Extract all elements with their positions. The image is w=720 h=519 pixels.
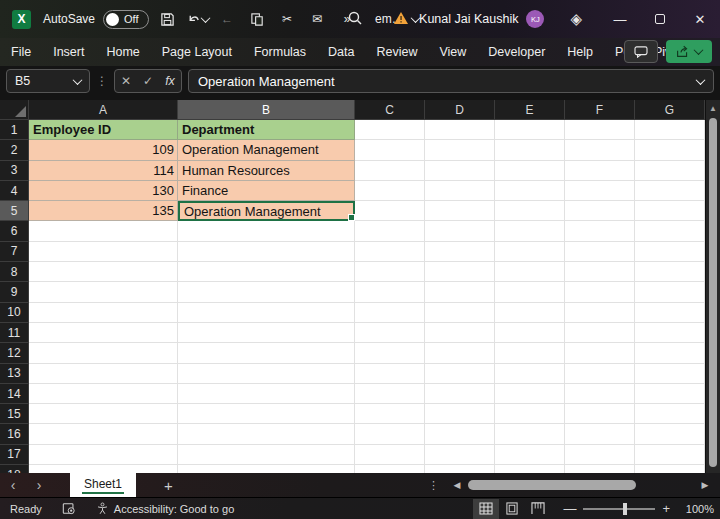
row-header-15[interactable]: 15 (0, 404, 29, 424)
scroll-right-icon[interactable]: ▶ (698, 480, 712, 490)
table-row: 135 Operation Management (29, 201, 355, 221)
horizontal-scrollbar[interactable]: ◀ ▶ (450, 477, 712, 493)
name-box[interactable]: B5 (6, 69, 90, 93)
column-header-d[interactable]: D (425, 100, 495, 120)
row-header-9[interactable]: 9 (0, 282, 29, 302)
column-header-b[interactable]: B (178, 100, 355, 120)
column-header-g[interactable]: G (635, 100, 705, 120)
share-dropdown-chevron[interactable] (694, 45, 704, 55)
row-header-7[interactable]: 7 (0, 242, 29, 262)
close-button[interactable]: ✕ (680, 0, 720, 38)
column-header-f[interactable]: F (565, 100, 635, 120)
tab-home[interactable]: Home (95, 38, 150, 66)
formula-input[interactable]: Operation Management (188, 69, 714, 93)
vertical-scrollbar[interactable]: ▲ (705, 100, 720, 473)
tab-help[interactable]: Help (556, 38, 604, 66)
row-header-12[interactable]: 12 (0, 343, 29, 363)
row-header-14[interactable]: 14 (0, 384, 29, 404)
tab-view[interactable]: View (428, 38, 477, 66)
page-layout-view-button[interactable] (499, 499, 525, 519)
undo-dropdown-chevron[interactable] (200, 13, 210, 23)
select-all-button[interactable] (0, 100, 29, 120)
row-header-5[interactable]: 5 (0, 201, 29, 221)
cell-b2[interactable]: Operation Management (178, 140, 355, 160)
row-header-3[interactable]: 3 (0, 161, 29, 181)
zoom-out-button[interactable]: — (563, 501, 576, 516)
gem-icon[interactable]: ◈ (570, 10, 582, 28)
insert-function-button[interactable]: fx (159, 70, 181, 92)
row-header-17[interactable]: 17 (0, 445, 29, 465)
selected-cell-b5[interactable]: Operation Management (178, 201, 355, 221)
row-header-10[interactable]: 10 (0, 303, 29, 323)
sheet-nav-left-icon[interactable]: ‹ (0, 477, 26, 493)
ribbon-tab-bar: File Insert Home Page Layout Formulas Da… (0, 38, 720, 66)
search-icon[interactable] (347, 10, 363, 29)
cell-a5[interactable]: 135 (29, 201, 178, 221)
tab-page-layout[interactable]: Page Layout (151, 38, 243, 66)
cell-a2[interactable]: 109 (29, 140, 178, 160)
row-header-8[interactable]: 8 (0, 262, 29, 282)
maximize-button[interactable] (640, 0, 680, 38)
row-header-4[interactable]: 4 (0, 181, 29, 201)
zoom-in-button[interactable]: + (662, 501, 670, 516)
sheet-nav-right-icon[interactable]: › (26, 477, 52, 493)
comments-button[interactable] (624, 40, 658, 63)
horizontal-scroll-track[interactable] (464, 479, 698, 491)
namebox-resize-handle[interactable]: ⋮ (96, 74, 108, 88)
cell-b3[interactable]: Human Resources (178, 161, 355, 181)
redo-button[interactable]: ← (215, 6, 239, 32)
tab-data[interactable]: Data (317, 38, 365, 66)
row-header-11[interactable]: 11 (0, 323, 29, 343)
undo-button[interactable] (185, 6, 209, 32)
enter-button[interactable]: ✓ (137, 70, 159, 92)
column-header-a[interactable]: A (29, 100, 178, 120)
vertical-scroll-thumb[interactable] (709, 118, 717, 467)
cell-a1[interactable]: Employee ID (29, 120, 178, 140)
horizontal-scroll-thumb[interactable] (468, 480, 636, 490)
row-header-18[interactable]: 18 (0, 465, 29, 473)
tab-developer[interactable]: Developer (477, 38, 556, 66)
data-rows: Employee ID Department 109 Operation Man… (29, 120, 355, 221)
column-header-e[interactable]: E (495, 100, 565, 120)
formula-bar-expand-chevron[interactable] (696, 75, 706, 85)
cell-b1[interactable]: Department (178, 120, 355, 140)
save-button[interactable] (155, 6, 179, 32)
normal-view-button[interactable] (473, 499, 499, 519)
scroll-left-icon[interactable]: ◀ (450, 480, 464, 490)
row-header-2[interactable]: 2 (0, 140, 29, 160)
column-header-c[interactable]: C (355, 100, 425, 120)
accessibility-status[interactable]: Accessibility: Good to go (86, 498, 244, 519)
tab-insert[interactable]: Insert (42, 38, 95, 66)
add-sheet-button[interactable]: + (164, 477, 173, 494)
copy-button[interactable] (245, 6, 269, 32)
row-header-16[interactable]: 16 (0, 424, 29, 444)
tab-review[interactable]: Review (365, 38, 428, 66)
row-header-13[interactable]: 13 (0, 364, 29, 384)
zoom-slider[interactable] (583, 508, 655, 510)
cancel-button[interactable]: ✕ (115, 70, 137, 92)
sheet-tab-sheet1[interactable]: Sheet1 (70, 473, 136, 497)
cell-a4[interactable]: 130 (29, 181, 178, 201)
macro-record-button[interactable] (52, 498, 86, 519)
warning-icon[interactable] (393, 11, 409, 28)
row-header-1[interactable]: 1 (0, 120, 29, 140)
cell-b4[interactable]: Finance (178, 181, 355, 201)
row-header-6[interactable]: 6 (0, 221, 29, 241)
autosave-toggle[interactable]: Off (103, 10, 149, 29)
page-break-preview-button[interactable] (525, 499, 551, 519)
avatar[interactable]: KJ (526, 10, 544, 28)
scroll-up-icon[interactable]: ▲ (706, 100, 720, 116)
formula-bar: B5 ⋮ ✕ ✓ fx Operation Management (0, 66, 720, 100)
name-box-value: B5 (15, 74, 30, 88)
tab-formulas[interactable]: Formulas (243, 38, 317, 66)
share-button[interactable] (666, 40, 712, 63)
cut-icon[interactable]: ✂ (275, 6, 299, 32)
tab-file[interactable]: File (0, 38, 42, 66)
minimize-button[interactable]: — (600, 0, 640, 38)
zoom-slider-thumb[interactable] (623, 503, 627, 515)
zoom-level[interactable]: 100% (676, 503, 714, 515)
accessibility-label: Accessibility: Good to go (114, 503, 234, 515)
cell-a3[interactable]: 114 (29, 161, 178, 181)
tab-bar-options-icon[interactable]: ⋮ (428, 479, 439, 492)
mail-icon[interactable]: ✉ (305, 6, 329, 32)
